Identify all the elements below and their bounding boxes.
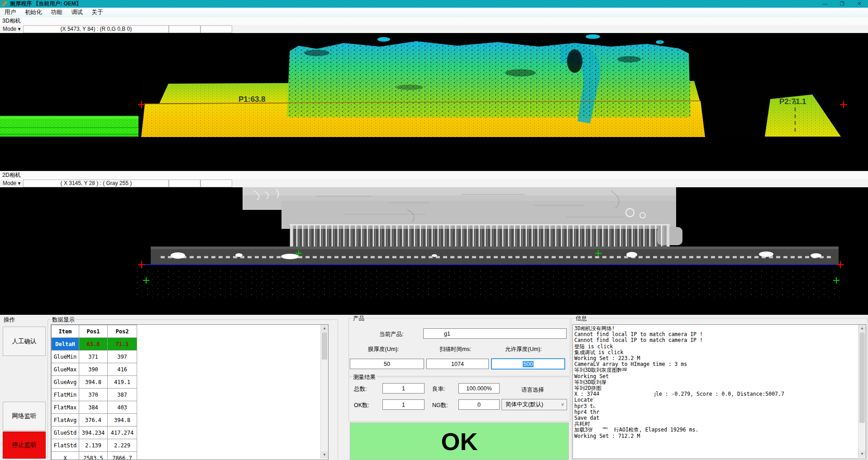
menu-function[interactable]: 功能 <box>47 8 67 17</box>
menu-user[interactable]: 用户 <box>0 8 20 17</box>
cell-item: FlatMin <box>52 389 79 401</box>
table-scrollbar[interactable]: ▲ ▼ <box>320 325 328 459</box>
p2-measure-label: P2:71.1 <box>779 97 806 106</box>
camera-2d-view <box>0 187 868 315</box>
current-product-input[interactable]: g1 <box>423 328 567 339</box>
redaction-blob <box>592 393 633 412</box>
status-panel-empty <box>200 25 232 33</box>
yield-label: 良率: <box>432 385 445 393</box>
cell-item: GlueAvg <box>52 376 79 389</box>
language-label: 语言选择 <box>521 386 544 394</box>
status-panel-empty <box>169 25 200 33</box>
camera-2d-viewport[interactable] <box>0 187 868 315</box>
maximize-button[interactable]: ❐ <box>834 0 851 8</box>
allow-thickness-label: 允许厚度(Um): <box>505 346 542 353</box>
camera-3d-label: 3D相机 <box>0 17 868 25</box>
yield-input[interactable]: 100.000% <box>458 383 500 394</box>
data-table[interactable]: Item Pos1 Pos2 DeltaH 63.8 71.1 GlueMin … <box>51 324 329 460</box>
close-button[interactable]: ✕ <box>851 0 868 8</box>
total-input[interactable]: 1 <box>382 383 424 394</box>
camera-3d-modebar: Mode ▾ (X 5473, Y 84) : (R 0,G 0,B 0) <box>0 25 868 33</box>
redaction-blob <box>596 422 616 427</box>
scrollbar-thumb[interactable] <box>859 332 865 423</box>
menu-debug[interactable]: 调试 <box>67 8 87 17</box>
cell-pos1: 371 <box>79 351 108 363</box>
chevron-down-icon: ▾ <box>18 26 20 32</box>
status-panel-empty <box>200 180 232 187</box>
ok-count-input[interactable]: 1 <box>382 399 424 410</box>
film-thickness-label: 膜厚度(Um): <box>368 346 399 353</box>
app-window: 测厚程序 【当前用户: OEM】 — ❐ ✕ 用户 初始化 功能 调试 关于 3… <box>0 0 868 460</box>
selected-text: 500 <box>523 361 534 367</box>
table-row[interactable]: X 2583.5 7866.7 <box>52 452 137 460</box>
col-header-pos1: Pos1 <box>79 325 108 338</box>
cell-item: X <box>52 452 79 460</box>
cell-pos1: 2.139 <box>79 439 108 452</box>
menu-init[interactable]: 初始化 <box>20 8 47 17</box>
ng-count-input[interactable]: 0 <box>458 399 500 410</box>
redaction-blob <box>636 414 824 420</box>
log-scrollbar[interactable]: ▲ ▼ <box>858 325 866 458</box>
language-select[interactable]: 简体中文(默认) ˅ <box>501 399 567 410</box>
language-select-value: 简体中文(默认) <box>506 401 543 408</box>
table-row[interactable]: FlatMin 370 387 <box>52 389 137 401</box>
scroll-down-icon[interactable]: ▼ <box>321 451 328 459</box>
operation-title: 操作 <box>4 316 15 324</box>
cell-item: FlatMax <box>52 401 79 414</box>
table-row[interactable]: GlueMin 371 397 <box>52 351 137 363</box>
table-row[interactable]: GlueStd 394.234 417.274 <box>52 427 137 439</box>
cell-pos2: 2.229 <box>108 439 137 452</box>
info-title: 信息 <box>574 315 588 322</box>
scrollbar-thumb[interactable] <box>322 332 327 360</box>
cell-pos1: 370 <box>79 389 108 401</box>
camera-3d-view: P1:63.8 P2:71.1 <box>0 33 868 171</box>
cell-pos1: 376.4 <box>79 414 108 427</box>
cell-pos1: 384 <box>79 401 108 414</box>
redaction-blob <box>592 429 608 434</box>
log-line: Working Set : 712.2 M <box>573 433 857 439</box>
cell-pos1: 390 <box>79 363 108 376</box>
table-row[interactable]: DeltaH 63.8 71.1 <box>52 338 137 351</box>
table-row[interactable]: FlatStd 2.139 2.229 <box>52 439 137 452</box>
pixel-status-2d: ( X 3145, Y 28 ) : ( Gray 255 ) <box>23 180 169 187</box>
col-header-pos2: Pos2 <box>108 325 137 338</box>
cell-pos2: 394.8 <box>108 414 137 427</box>
scroll-down-icon[interactable]: ▼ <box>858 451 866 458</box>
table-row[interactable]: GlueAvg 394.8 419.1 <box>52 376 137 389</box>
cell-pos1: 2583.5 <box>79 452 108 460</box>
mode-dropdown-2d[interactable]: Mode ▾ <box>0 180 23 186</box>
scroll-up-icon[interactable]: ▲ <box>858 325 866 332</box>
ok-count-label: OK数: <box>354 402 369 409</box>
camera-3d-viewport[interactable]: P1:63.8 P2:71.1 <box>0 33 868 171</box>
product-title: 产品 <box>352 315 366 322</box>
scan-time-input[interactable]: 1074 <box>426 359 489 369</box>
cell-pos2: 416 <box>108 363 137 376</box>
cell-pos2: 71.1 <box>108 338 137 351</box>
cell-item: GlueMin <box>52 351 79 363</box>
table-row[interactable]: FlatMax 384 403 <box>52 401 137 414</box>
cell-pos2: 7866.7 <box>108 452 137 460</box>
mode-dropdown-3d[interactable]: Mode ▾ <box>0 26 23 32</box>
cell-pos2: 403 <box>108 401 137 414</box>
network-listen-button[interactable]: 网络监听 <box>3 402 46 431</box>
chevron-down-icon: ▾ <box>18 180 20 186</box>
menu-bar: 用户 初始化 功能 调试 关于 <box>0 8 868 17</box>
cell-pos2: 387 <box>108 389 137 401</box>
allow-thickness-input[interactable]: 500 <box>491 358 565 370</box>
scroll-up-icon[interactable]: ▲ <box>321 325 328 332</box>
minimize-button[interactable]: — <box>816 0 834 8</box>
ng-count-label: NG数: <box>432 402 448 409</box>
manual-confirm-button[interactable]: 人工确认 <box>3 327 46 356</box>
total-label: 总数: <box>354 385 367 393</box>
col-header-item: Item <box>52 325 79 338</box>
scan-time-label: 扫描时间ms: <box>439 346 471 353</box>
menu-about[interactable]: 关于 <box>87 8 108 17</box>
table-row[interactable]: FlatAvg 376.4 394.8 <box>52 414 137 427</box>
cell-pos2: 397 <box>108 351 137 363</box>
table-header-row: Item Pos1 Pos2 <box>52 325 137 338</box>
app-icon <box>2 1 7 6</box>
table-row[interactable]: GlueMax 390 416 <box>52 363 137 376</box>
film-thickness-input[interactable]: 50 <box>350 359 424 369</box>
stop-listen-button[interactable]: 停止监听 <box>3 432 46 459</box>
log-line: 加载3张 图 行AOI检查, Elapsed 19296 ms. <box>573 427 857 433</box>
